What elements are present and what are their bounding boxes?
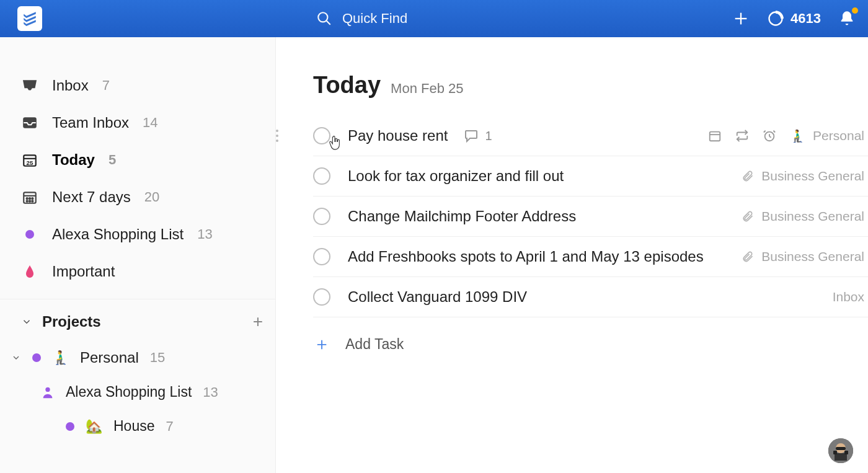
svg-rect-35 [833,451,837,454]
project-house[interactable]: 🏡 House 7 [0,409,275,443]
task-project-tag[interactable]: Business General [761,209,864,224]
view-subtitle: Mon Feb 25 [391,81,463,97]
sidebar-count: 5 [108,152,116,168]
projects-header[interactable]: Projects + [0,299,275,340]
sidebar-today[interactable]: 25 Today 5 [0,141,275,179]
sidebar-filter-alexa[interactable]: Alexa Shopping List 13 [0,216,275,253]
todoist-logo-icon [22,11,38,27]
comment-icon [464,129,479,143]
main-view: Today Mon Feb 25 Pay house rent 1 [276,37,868,473]
house-emoji-icon: 🏡 [86,418,102,435]
svg-text:25: 25 [27,159,33,166]
karma-button[interactable]: 4613 [767,10,821,27]
task-row[interactable]: Add Freshbooks spots to April 1 and May … [313,237,868,277]
svg-point-12 [29,198,30,199]
svg-line-29 [764,131,766,133]
plus-icon: ＋ [313,332,330,356]
task-checkbox[interactable] [313,208,330,225]
project-count: 13 [203,384,218,400]
task-checkbox[interactable] [313,167,330,185]
task-project-tag[interactable]: Inbox [833,290,864,304]
svg-point-16 [32,200,33,201]
sidebar-inbox[interactable]: Inbox 7 [0,67,275,104]
quick-find-placeholder: Quick Find [342,11,407,27]
task-checkbox[interactable] [313,127,330,144]
project-label: Personal [80,349,139,366]
project-personal[interactable]: 🧎‍♂️ Personal 15 [0,340,275,375]
project-label: House [113,418,154,435]
sidebar-count: 20 [144,189,159,205]
project-label: Alexa Shopping List [66,384,192,400]
drag-handle-icon[interactable] [276,128,280,143]
attachment-icon [742,170,754,182]
cursor-hand-icon [328,136,342,152]
sidebar: Inbox 7 Team Inbox 14 25 Today 5 Next 7 … [0,37,276,473]
inbox-icon [21,79,38,92]
app-logo[interactable] [17,6,42,31]
sidebar-next-7-days[interactable]: Next 7 days 20 [0,179,275,216]
project-name: Personal [813,128,864,143]
project-color-dot [66,422,74,431]
sidebar-label: Today [52,151,95,169]
add-task-label: Add Task [345,336,404,353]
notifications-button[interactable] [838,10,856,27]
alarm-icon [763,129,776,143]
task-row[interactable]: Pay house rent 1 🧎‍♂️ Personal [313,116,868,156]
task-row[interactable]: Change Mailchimp Footer Address Business… [313,197,868,237]
svg-point-23 [276,139,278,142]
task-reminder-button[interactable] [763,129,776,143]
task-schedule-button[interactable] [708,129,722,143]
project-alexa-shopping[interactable]: Alexa Shopping List 13 [0,375,275,409]
sidebar-count: 7 [102,77,110,94]
task-project-tag[interactable]: Personal [813,128,864,143]
svg-rect-24 [710,132,720,141]
sidebar-team-inbox[interactable]: Team Inbox 14 [0,104,275,141]
svg-point-14 [27,200,28,201]
svg-line-1 [327,21,330,25]
task-comments-button[interactable]: 1 [464,129,492,143]
project-count: 7 [166,418,173,435]
top-bar: Quick Find 4613 [0,0,868,37]
svg-rect-33 [836,447,846,450]
add-project-button[interactable]: + [253,312,263,332]
task-checkbox[interactable] [313,288,330,306]
sidebar-label: Team Inbox [52,114,129,131]
task-project-tag[interactable]: Business General [761,169,864,183]
project-color-dot [32,353,41,362]
calendar-icon [708,129,722,143]
svg-line-30 [774,131,776,133]
task-title: Collect Vanguard 1099 DIV [348,288,527,306]
quick-find[interactable]: Quick Find [316,11,407,27]
calendar-today-icon: 25 [21,152,38,168]
sidebar-label: Alexa Shopping List [52,226,184,243]
task-checkbox[interactable] [313,248,330,265]
task-project-tag[interactable]: Business General [761,249,864,264]
task-row[interactable]: Collect Vanguard 1099 DIV Inbox [313,277,868,317]
svg-point-0 [318,12,327,22]
sidebar-count: 14 [143,115,157,131]
add-task-button[interactable]: ＋ Add Task [276,317,868,371]
task-title: Pay house rent [348,127,448,144]
add-task-button[interactable] [732,10,750,27]
project-name: Business General [761,249,864,264]
chevron-down-icon [21,316,32,327]
attachment-icon [742,210,754,223]
task-title: Add Freshbooks spots to April 1 and May … [348,248,704,265]
avatar-image [828,438,853,463]
task-recurring-button[interactable] [735,129,749,143]
task-row[interactable]: Look for tax organizer and fill out Busi… [313,156,868,197]
user-avatar[interactable] [828,438,853,463]
bell-icon [838,10,856,27]
person-emoji-icon: 🧎‍♂️ [790,128,805,143]
projects-label: Projects [42,313,101,330]
svg-point-17 [45,387,50,391]
project-name: Inbox [833,290,864,304]
sidebar-filter-important[interactable]: Important [0,253,275,290]
sidebar-label: Important [52,263,115,280]
project-name: Business General [761,169,864,183]
svg-rect-36 [844,451,848,454]
attachment-icon [742,250,754,263]
person-emoji-icon: 🧎‍♂️ [52,350,69,366]
sidebar-label: Next 7 days [52,188,131,206]
search-icon [316,11,332,27]
